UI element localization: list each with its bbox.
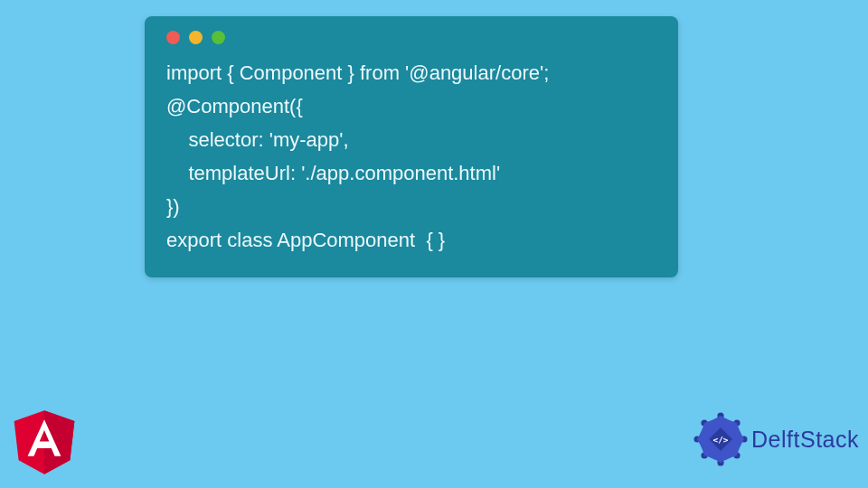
code-window: import { Component } from '@angular/core… bbox=[145, 16, 678, 277]
delftstack-brand: </> DelftStack bbox=[688, 407, 859, 472]
svg-text:</>: </> bbox=[713, 435, 729, 445]
brand-name: DelftStack bbox=[751, 427, 859, 453]
angular-logo-icon bbox=[9, 403, 80, 481]
code-snippet: import { Component } from '@angular/core… bbox=[166, 57, 656, 258]
minimize-icon bbox=[189, 31, 203, 44]
window-traffic-lights bbox=[166, 31, 656, 44]
close-icon bbox=[166, 31, 180, 44]
maximize-icon bbox=[212, 31, 225, 44]
delftstack-badge-icon: </> bbox=[688, 407, 753, 472]
